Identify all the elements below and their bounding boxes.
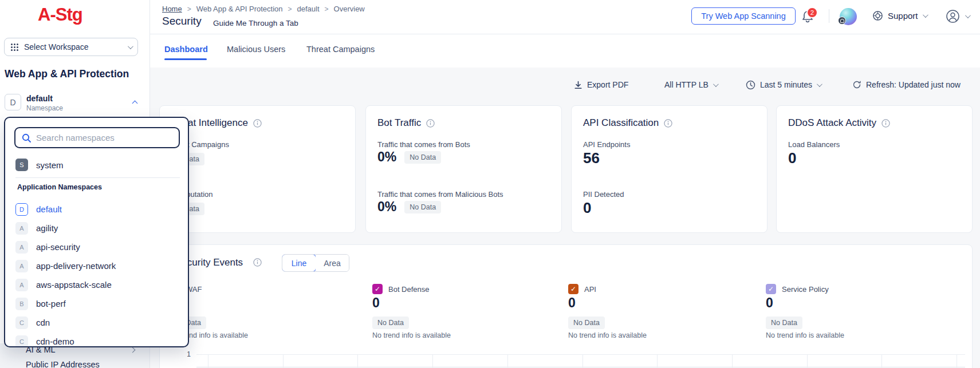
chart-gridline — [657, 354, 658, 368]
refresh-button[interactable]: Refresh: Updated just now — [852, 77, 961, 93]
namespace-option-cdn-demo[interactable]: C cdn-demo — [15, 332, 180, 347]
namespace-option-initial: A — [15, 241, 28, 254]
chart-gridline — [957, 354, 957, 368]
chevron-up-icon — [132, 101, 138, 106]
namespace-option-agility[interactable]: A agility — [15, 219, 180, 238]
metric-label: PII Detected — [583, 190, 624, 199]
app-root: A-Stg Select Workspace Web App & API Pro… — [0, 0, 980, 368]
ai-assistant-icon[interactable] — [840, 8, 857, 25]
no-data-badge: No Data — [404, 201, 441, 213]
chart-gridline — [807, 354, 808, 368]
namespace-search-box — [14, 127, 180, 148]
chart-gridline — [432, 354, 433, 368]
search-icon — [21, 133, 32, 143]
application-namespaces-heading: Application Namespaces — [17, 183, 102, 191]
chevron-down-icon — [923, 12, 928, 18]
support-menu[interactable]: Support — [872, 10, 927, 21]
account-menu[interactable] — [946, 9, 969, 23]
support-label: Support — [888, 11, 918, 21]
metric-label: Load Balancers — [788, 140, 840, 149]
toggle-line[interactable]: Line — [282, 254, 316, 272]
time-range-dropdown[interactable]: Last 5 minutes — [746, 77, 821, 93]
no-data-badge: No Data — [568, 316, 605, 329]
lock-icon — [838, 17, 846, 25]
breadcrumb-waap-link[interactable]: Web App & API Protection — [196, 5, 283, 13]
page-header: Home > Web App & API Protection > defaul… — [150, 0, 980, 34]
refresh-icon — [852, 80, 861, 89]
trend-text: No trend info is available — [372, 331, 451, 339]
metric-value: 56 — [583, 149, 600, 167]
chart-gridline — [732, 354, 733, 368]
no-data-badge: No Data — [404, 151, 441, 164]
namespace-option-initial: B — [15, 298, 28, 310]
namespace-options-list: D default A agility A api-security A app… — [15, 200, 180, 347]
metric-value: 0% — [377, 149, 396, 165]
legend-value: 0 — [568, 295, 576, 311]
notifications-button[interactable]: 2 — [801, 9, 820, 27]
legend-value: 0 — [766, 295, 773, 311]
card-bot-traffic: Bot Traffic Traffic that comes from Bots… — [365, 105, 562, 233]
export-pdf-button[interactable]: Export PDF — [574, 77, 628, 93]
chevron-down-icon — [128, 43, 133, 49]
chart-gridline — [196, 367, 965, 367]
chart-gridline — [881, 354, 882, 368]
chevron-down-icon — [817, 81, 822, 87]
sidebar-section-title: Web App & API Protection — [5, 68, 129, 80]
metric-value: 0 — [788, 149, 796, 167]
namespace-option-initial: A — [15, 222, 28, 235]
lb-filter-dropdown[interactable]: All HTTP LB — [664, 77, 717, 93]
clock-icon — [746, 80, 755, 90]
info-icon[interactable] — [253, 119, 262, 128]
info-icon[interactable] — [664, 119, 672, 128]
namespace-option-default[interactable]: D default — [15, 200, 180, 219]
guide-me-link[interactable]: Guide Me Through a Tab — [213, 19, 298, 27]
namespace-selector[interactable]: D default Namespace — [5, 94, 142, 113]
toggle-area[interactable]: Area — [316, 255, 349, 271]
lifebuoy-icon — [872, 10, 883, 21]
breadcrumb: Home > Web App & API Protection > defaul… — [162, 5, 365, 13]
legend-checkbox[interactable]: ✓ — [766, 284, 776, 294]
grid-icon — [10, 43, 19, 52]
card-ddos-attack-activity: DDoS Attack Activity Load Balancers 0 — [776, 105, 973, 233]
legend-checkbox[interactable]: ✓ — [372, 284, 383, 294]
card-api-classification: API Classification API Endpoints 56 PII … — [571, 105, 768, 233]
try-web-app-scanning-button[interactable]: Try Web App Scanning — [691, 7, 796, 25]
download-icon — [574, 81, 583, 89]
namespace-sublabel: Namespace — [26, 104, 63, 112]
namespace-option-initial: C — [15, 316, 28, 329]
info-icon[interactable] — [426, 119, 435, 128]
namespace-option-api-security[interactable]: A api-security — [15, 238, 180, 256]
info-icon[interactable] — [881, 119, 890, 128]
namespace-option-aws-appstack-scale[interactable]: A aws-appstack-scale — [15, 275, 180, 294]
chart-gridline — [283, 354, 284, 368]
main-content: Home > Web App & API Protection > defaul… — [150, 0, 980, 368]
breadcrumb-home-link[interactable]: Home — [162, 5, 182, 13]
page-title: Security — [162, 15, 202, 27]
user-icon — [946, 9, 960, 23]
namespace-option-initial: D — [15, 203, 28, 216]
namespace-option-cdn[interactable]: C cdn — [15, 313, 180, 332]
dashboard-toolbar: Export PDF All HTTP LB Last 5 minutes Re… — [150, 77, 980, 93]
namespace-search-input[interactable] — [36, 133, 173, 143]
namespace-option-system[interactable]: S system — [15, 155, 180, 175]
legend-checkbox[interactable]: ✓ — [568, 284, 578, 294]
breadcrumb-namespace-link[interactable]: default — [297, 5, 320, 13]
chevron-down-icon — [713, 81, 719, 87]
workspace-selector[interactable]: Select Workspace — [4, 38, 138, 56]
tab-threat-campaigns[interactable]: Threat Campaigns — [306, 45, 375, 54]
namespace-dropdown: S system Application Namespaces D defaul… — [4, 117, 189, 347]
tab-dashboard[interactable]: Dashboard — [164, 45, 208, 54]
brand-logo: A-Stg — [38, 5, 82, 25]
chart-gridline — [357, 354, 358, 368]
breadcrumb-current: Overview — [334, 5, 365, 13]
metric-value: 0 — [583, 199, 591, 217]
no-data-badge: No Data — [766, 316, 802, 329]
namespace-option-bot-perf[interactable]: B bot-perf — [15, 294, 180, 313]
metric-value: 0% — [377, 199, 396, 215]
notification-count-badge: 2 — [806, 7, 818, 18]
info-icon[interactable] — [253, 258, 262, 267]
tab-malicious-users[interactable]: Malicious Users — [227, 45, 285, 54]
namespace-option-app-delivery-network[interactable]: A app-delivery-network — [15, 256, 180, 275]
sidebar-item-public-ip[interactable]: Public IP Addresses — [26, 360, 100, 368]
chart-gridline — [196, 354, 965, 355]
